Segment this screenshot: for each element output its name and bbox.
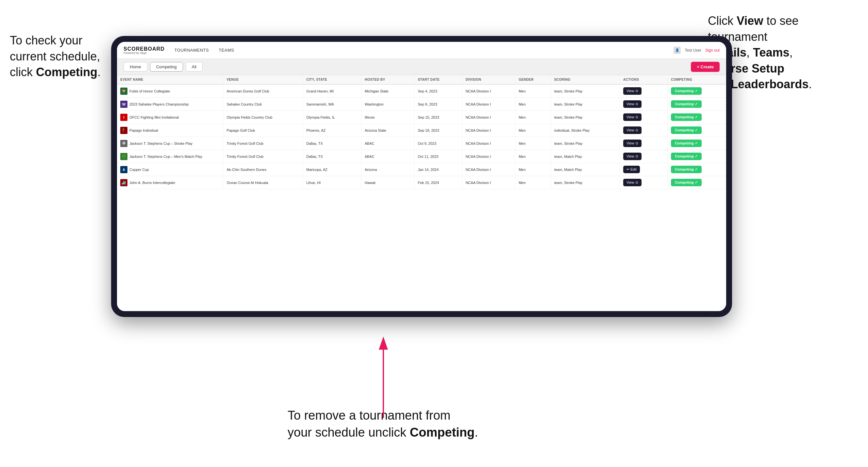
- scoring-cell: team, Stroke Play: [551, 84, 620, 98]
- hosted-by-cell: ABAC: [361, 137, 414, 150]
- table-row: ⚙ Jackson T. Stephens Cup – Stroke Play …: [117, 137, 726, 150]
- col-competing: COMPETING: [668, 75, 726, 84]
- venue-cell: Sahalee Country Club: [223, 98, 303, 111]
- filter-home-button[interactable]: Home: [124, 62, 147, 71]
- col-hosted-by: HOSTED BY: [361, 75, 414, 84]
- competing-badge-button[interactable]: Competing ✓: [671, 114, 702, 121]
- competing-badge-button[interactable]: Competing ✓: [671, 126, 702, 134]
- city-state-cell: Lihue, HI: [303, 176, 362, 189]
- scoring-cell: team, Stroke Play: [551, 137, 620, 150]
- event-name: John A. Burns Intercollegiate: [129, 181, 175, 185]
- gender-cell: Men: [516, 84, 551, 98]
- start-date-cell: Oct 9, 2023: [414, 137, 462, 150]
- division-cell: NCAA Division I: [462, 137, 515, 150]
- event-name: OFCC Fighting Illini Invitational: [129, 115, 179, 119]
- competing-badge-button[interactable]: Competing ✓: [671, 100, 702, 108]
- view-button[interactable]: View ⊙: [623, 87, 642, 95]
- hosted-by-cell: Arizona: [361, 163, 414, 176]
- city-state-cell: Olympia Fields, IL: [303, 111, 362, 124]
- division-cell: NCAA Division I: [462, 124, 515, 137]
- event-name: Copper Cup: [129, 168, 149, 172]
- col-gender: GENDER: [516, 75, 551, 84]
- competing-cell: Competing ✓: [668, 176, 726, 189]
- competing-badge-button[interactable]: Competing ✓: [671, 153, 702, 160]
- event-name: Folds of Honor Collegiate: [129, 89, 170, 93]
- division-cell: NCAA Division I: [462, 98, 515, 111]
- view-button[interactable]: View ⊙: [623, 139, 642, 147]
- competing-cell: Competing ✓: [668, 137, 726, 150]
- col-division: DIVISION: [462, 75, 515, 84]
- city-state-cell: Maricopa, AZ: [303, 163, 362, 176]
- division-cell: NCAA Division I: [462, 84, 515, 98]
- col-actions: ACTIONS: [620, 75, 667, 84]
- table-row: 🦁 Folds of Honor Collegiate American Dun…: [117, 84, 726, 98]
- hosted-by-cell: ABAC: [361, 150, 414, 163]
- nav-tournaments[interactable]: TOURNAMENTS: [175, 48, 209, 53]
- scoring-cell: team, Stroke Play: [551, 98, 620, 111]
- competing-badge-button[interactable]: Competing ✓: [671, 166, 702, 173]
- team-logo: 🏌: [120, 127, 127, 134]
- event-name-cell: I OFCC Fighting Illini Invitational: [117, 111, 223, 124]
- nav-teams[interactable]: TEAMS: [219, 48, 234, 53]
- actions-cell: View ⊙: [620, 98, 667, 111]
- start-date-cell: Sep 4, 2023: [414, 84, 462, 98]
- arrow-unclick-competing: [375, 335, 392, 419]
- table-row: W 2023 Sahalee Players Championship Saha…: [117, 98, 726, 111]
- gender-cell: Men: [516, 150, 551, 163]
- navbar-right: 👤 Test User Sign out: [674, 47, 720, 54]
- start-date-cell: Sep 15, 2023: [414, 111, 462, 124]
- actions-cell: View ⊙: [620, 111, 667, 124]
- team-logo: 🏄: [120, 179, 127, 186]
- event-name-cell: ⚙ Jackson T. Stephens Cup – Stroke Play: [117, 137, 223, 150]
- event-name-cell: A Copper Cup: [117, 163, 223, 176]
- gender-cell: Men: [516, 111, 551, 124]
- nav-links: TOURNAMENTS TEAMS: [175, 48, 674, 53]
- team-logo: 🦁: [120, 88, 127, 95]
- competing-badge-button[interactable]: Competing ✓: [671, 139, 702, 147]
- actions-cell: View ⊙: [620, 137, 667, 150]
- venue-cell: Olympia Fields Country Club: [223, 111, 303, 124]
- venue-cell: Trinity Forest Golf Club: [223, 150, 303, 163]
- filter-competing-button[interactable]: Competing: [150, 62, 183, 71]
- competing-badge-button[interactable]: Competing ✓: [671, 179, 702, 186]
- scoring-cell: team, Stroke Play: [551, 111, 620, 124]
- view-button[interactable]: View ⊙: [623, 153, 642, 160]
- view-button[interactable]: View ⊙: [623, 179, 642, 186]
- gender-cell: Men: [516, 124, 551, 137]
- table-row: 🏄 John A. Burns Intercollegiate Ocean Co…: [117, 176, 726, 189]
- col-event-name: EVENT NAME: [117, 75, 223, 84]
- hosted-by-cell: Michigan State: [361, 84, 414, 98]
- actions-cell: View ⊙: [620, 150, 667, 163]
- sign-out-link[interactable]: Sign out: [705, 48, 720, 53]
- hosted-by-cell: Hawaii: [361, 176, 414, 189]
- start-date-cell: Sep 9, 2023: [414, 98, 462, 111]
- filter-all-button[interactable]: All: [186, 62, 203, 71]
- event-name: Papago Individual: [129, 128, 158, 132]
- start-date-cell: Sep 18, 2023: [414, 124, 462, 137]
- start-date-cell: Jan 14, 2024: [414, 163, 462, 176]
- scoring-cell: team, Match Play: [551, 150, 620, 163]
- city-state-cell: Dallas, TX: [303, 150, 362, 163]
- view-button[interactable]: View ⊙: [623, 100, 642, 108]
- competing-cell: Competing ✓: [668, 84, 726, 98]
- brand-tagline: Powered by clippi: [124, 51, 165, 55]
- view-button[interactable]: View ⊙: [623, 114, 642, 121]
- gender-cell: Men: [516, 163, 551, 176]
- competing-badge-button[interactable]: Competing ✓: [671, 87, 702, 95]
- tournaments-table: EVENT NAME VENUE CITY, STATE HOSTED BY S…: [117, 75, 726, 189]
- event-name-cell: 🌿 Jackson T. Stephens Cup – Men's Match …: [117, 150, 223, 163]
- scoring-cell: team, Stroke Play: [551, 176, 620, 189]
- venue-cell: Trinity Forest Golf Club: [223, 137, 303, 150]
- brand-logo: SCOREBOARD Powered by clippi: [124, 46, 165, 55]
- competing-cell: Competing ✓: [668, 163, 726, 176]
- edit-button[interactable]: ✏ Edit: [623, 166, 640, 173]
- competing-cell: Competing ✓: [668, 111, 726, 124]
- city-state-cell: Phoenix, AZ: [303, 124, 362, 137]
- create-tournament-button[interactable]: + Create: [691, 62, 720, 72]
- city-state-cell: Grand Haven, MI: [303, 84, 362, 98]
- city-state-cell: Sammamish, WA: [303, 98, 362, 111]
- annotation-bottom: To remove a tournament from your schedul…: [287, 407, 516, 441]
- gender-cell: Men: [516, 137, 551, 150]
- team-logo: ⚙: [120, 140, 127, 147]
- view-button[interactable]: View ⊙: [623, 126, 642, 134]
